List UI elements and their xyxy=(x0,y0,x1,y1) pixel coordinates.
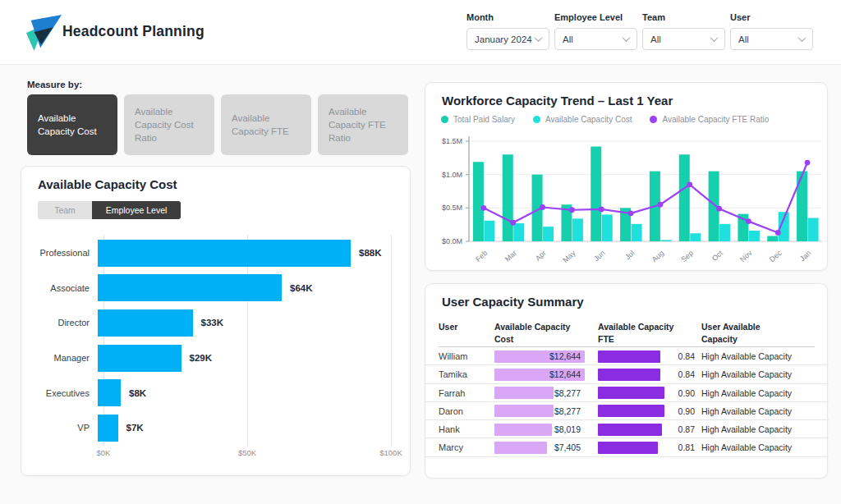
bar-row-professional: Professional$88K xyxy=(21,236,399,271)
bar-director[interactable] xyxy=(98,309,193,337)
salary-bar-dec[interactable] xyxy=(767,236,778,241)
user-available-capacity-cell: High Available Capacity xyxy=(701,365,792,383)
filter-team: Team All xyxy=(642,12,725,50)
table-row: William$12,6440.84High Available Capacit… xyxy=(425,347,829,365)
column-header-user-available-capacity: User Available Capacity xyxy=(701,321,784,345)
fte-ratio-point-jun[interactable] xyxy=(599,207,604,213)
table-row: Daron$8,2770.90High Available Capacity xyxy=(425,402,829,420)
fte-ratio-point-dec[interactable] xyxy=(775,230,781,236)
salary-bar-jan[interactable] xyxy=(797,172,807,241)
cost-bar-apr[interactable] xyxy=(543,227,554,241)
cost-bar-jul[interactable] xyxy=(632,224,642,241)
capacity-cost-value: $8,019 xyxy=(554,420,581,438)
category-label: Executives xyxy=(21,388,98,398)
employee-level-select-value: All xyxy=(563,34,573,44)
salary-bar-jun[interactable] xyxy=(591,147,601,241)
bar-row-vp: VP$7K xyxy=(21,410,399,446)
category-label: Professional xyxy=(21,248,98,258)
capacity-cost-bar xyxy=(494,424,552,436)
measure-button-available-capacity-fte[interactable]: Available Capacity FTE xyxy=(221,94,311,155)
bar-value-label: $8K xyxy=(129,388,146,398)
category-label: Manager xyxy=(21,353,98,363)
available-capacity-cost-title: Available Capacity Cost xyxy=(38,177,177,191)
toggle-employee-level[interactable]: Employee Level xyxy=(92,201,181,219)
team-select-value: All xyxy=(650,34,661,44)
bar-professional[interactable] xyxy=(98,240,351,267)
page-title: Headcount Planning xyxy=(62,23,205,40)
salary-bar-mar[interactable] xyxy=(503,154,513,241)
toggle-team[interactable]: Team xyxy=(38,201,92,219)
filter-user: User All xyxy=(730,12,813,50)
fte-ratio-point-apr[interactable] xyxy=(540,204,545,210)
cost-bar-nov[interactable] xyxy=(749,231,760,241)
capacity-cost-x-axis: $0K$50K$100K xyxy=(21,448,399,460)
filter-month: Month January 2024 xyxy=(466,12,549,50)
capacity-cost-cell: $8,019 xyxy=(494,420,585,438)
user-select[interactable]: All xyxy=(730,28,813,50)
filter-team-label: Team xyxy=(642,12,725,22)
bar-value-label: $88K xyxy=(359,248,382,258)
capacity-fte-cell: 0.81 xyxy=(598,438,695,456)
capacity-cost-cell: $8,277 xyxy=(494,384,585,402)
salary-bar-feb[interactable] xyxy=(473,162,484,241)
cost-bar-may[interactable] xyxy=(572,218,583,241)
bar-associate[interactable] xyxy=(98,274,282,301)
fte-ratio-point-jan[interactable] xyxy=(805,160,811,166)
x-tick-label: Aug xyxy=(650,249,666,263)
cost-bar-jan[interactable] xyxy=(808,218,819,241)
bar-manager[interactable] xyxy=(98,345,182,372)
cost-bar-feb[interactable] xyxy=(484,221,494,241)
cost-bar-mar[interactable] xyxy=(513,223,524,241)
fte-ratio-point-feb[interactable] xyxy=(481,205,487,211)
app-logo-icon xyxy=(25,12,62,52)
x-tick-label: Dec xyxy=(768,249,784,263)
capacity-fte-value: 0.90 xyxy=(678,384,695,402)
fte-ratio-point-nov[interactable] xyxy=(746,218,751,224)
employee-level-select[interactable]: All xyxy=(554,28,637,50)
x-tick-label: May xyxy=(561,249,577,264)
chevron-down-icon xyxy=(798,34,807,42)
team-select[interactable]: All xyxy=(642,28,725,50)
user-capacity-summary-title: User Capacity Summary xyxy=(442,295,584,309)
bar-vp[interactable] xyxy=(98,415,118,442)
salary-bar-sep[interactable] xyxy=(679,154,690,241)
svg-text:$1.0M: $1.0M xyxy=(442,171,462,179)
svg-text:$1.5M: $1.5M xyxy=(442,137,462,145)
x-tick-label: Oct xyxy=(710,249,724,263)
bar-value-label: $7K xyxy=(126,423,144,433)
bar-value-label: $29K xyxy=(190,353,213,363)
capacity-fte-bar xyxy=(598,442,658,454)
cost-bar-aug[interactable] xyxy=(660,240,671,241)
workforce-capacity-trend-title: Workforce Capacity Trend – Last 1 Year xyxy=(442,94,673,108)
measure-by-label: Measure by: xyxy=(27,80,82,89)
fte-ratio-point-jul[interactable] xyxy=(628,210,634,216)
legend-available-capacity-fte-ratio[interactable]: Available Capacity FTE Ratio xyxy=(650,115,769,124)
x-tick-label: $100K xyxy=(379,448,402,457)
user-capacity-summary-panel: User Capacity Summary User Available Cap… xyxy=(425,283,828,479)
capacity-fte-cell: 0.90 xyxy=(598,384,695,402)
legend-total-paid-salary[interactable]: Total Paid Salary xyxy=(441,115,515,124)
x-tick-label: Jul xyxy=(623,249,636,261)
bar-value-label: $64K xyxy=(290,283,313,293)
x-tick-label: Jun xyxy=(592,249,606,263)
user-select-value: All xyxy=(738,34,749,44)
cost-bar-jun[interactable] xyxy=(602,214,613,241)
bar-executives[interactable] xyxy=(98,379,121,406)
fte-ratio-point-aug[interactable] xyxy=(658,202,664,208)
measure-button-available-capacity-fte-ratio[interactable]: Available Capacity FTE Ratio xyxy=(318,94,408,155)
filter-bar: Month January 2024 Employee Level All Te… xyxy=(466,12,813,50)
cost-bar-sep[interactable] xyxy=(690,233,701,241)
fte-ratio-point-may[interactable] xyxy=(569,207,575,213)
x-tick-label: Jan xyxy=(798,249,812,263)
month-select[interactable]: January 2024 xyxy=(466,28,549,50)
fte-ratio-point-oct[interactable] xyxy=(716,206,722,212)
measure-button-available-capacity-cost[interactable]: Available Capacity Cost xyxy=(27,94,117,155)
fte-ratio-point-mar[interactable] xyxy=(510,220,516,226)
fte-ratio-point-sep[interactable] xyxy=(687,181,692,187)
cost-bar-oct[interactable] xyxy=(719,224,730,241)
measure-by-buttons: Available Capacity Cost Available Capaci… xyxy=(27,94,408,155)
measure-button-available-capacity-cost-ratio[interactable]: Available Capacity Cost Ratio xyxy=(124,94,214,155)
chevron-down-icon xyxy=(623,34,631,42)
legend-available-capacity-cost[interactable]: Available Capacity Cost xyxy=(533,115,632,124)
capacity-fte-cell: 0.87 xyxy=(598,420,695,438)
